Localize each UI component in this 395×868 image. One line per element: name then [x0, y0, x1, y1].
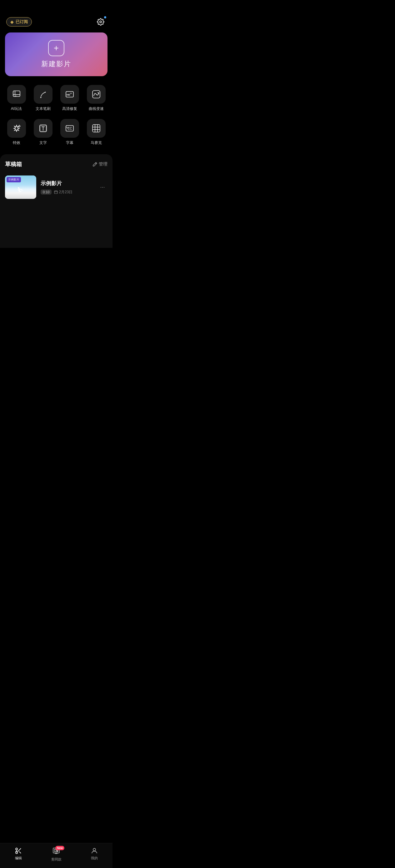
drafts-section: 草稿箱 管理 ⛷ 示例影片 示例影片 0:10	[0, 154, 113, 248]
text-icon-bg	[34, 119, 53, 138]
svg-text:HD: HD	[66, 93, 70, 96]
ai-icon: AI	[12, 90, 21, 99]
feature-curve-speed[interactable]: 曲线变速	[83, 83, 109, 114]
feature-ai-label: AI玩法	[11, 106, 22, 112]
feature-hd-repair-label: 高清修复	[62, 106, 77, 112]
ai-icon-bg: AI	[7, 85, 26, 104]
manage-label: 管理	[99, 161, 108, 167]
draft-item[interactable]: ⛷ 示例影片 示例影片 0:10 2月23日 ···	[5, 173, 108, 202]
feature-grid: AI AI玩法 文本笔刷 HD 4K 高清修复	[0, 83, 113, 148]
feature-text[interactable]: 文字	[30, 117, 56, 148]
status-bar	[0, 0, 113, 14]
feature-subtitles-label: 字幕	[66, 140, 74, 146]
effects-icon	[12, 124, 21, 133]
draft-info: 示例影片 0:10 2月23日	[40, 180, 93, 195]
feature-effects[interactable]: 特效	[4, 117, 29, 148]
svg-text:4K: 4K	[70, 92, 72, 94]
draft-more-button[interactable]: ···	[97, 182, 108, 192]
calendar-icon	[54, 190, 58, 194]
draft-thumbnail: ⛷ 示例影片	[5, 176, 36, 199]
subscribed-badge[interactable]: ◆ 已订阅	[6, 17, 32, 27]
settings-icon	[97, 18, 104, 26]
manage-button[interactable]: 管理	[92, 161, 108, 167]
feature-text-brush[interactable]: 文本笔刷	[30, 83, 56, 114]
feature-text-brush-label: 文本笔刷	[36, 106, 51, 112]
drafts-title: 草稿箱	[5, 160, 22, 168]
feature-ai[interactable]: AI AI玩法	[4, 83, 29, 114]
curve-speed-icon-bg	[87, 85, 106, 104]
svg-line-18	[95, 163, 96, 164]
feature-subtitles[interactable]: CC 字幕	[57, 117, 82, 148]
subscribed-text: 已订阅	[16, 19, 28, 25]
subtitles-icon: CC	[65, 124, 74, 133]
mosaic-icon	[91, 124, 101, 133]
svg-rect-19	[54, 191, 57, 194]
hd-icon: HD 4K	[65, 90, 74, 99]
settings-button[interactable]	[95, 16, 106, 28]
drafts-header: 草稿箱 管理	[5, 160, 108, 168]
top-bar: ◆ 已订阅	[0, 14, 113, 31]
draft-meta: 0:10 2月23日	[40, 189, 93, 195]
svg-rect-13	[92, 125, 100, 132]
feature-text-label: 文字	[39, 140, 47, 146]
svg-text:AI: AI	[15, 95, 17, 97]
text-icon	[38, 124, 48, 133]
diamond-icon: ◆	[10, 19, 14, 24]
draft-date: 2月23日	[54, 189, 73, 195]
effects-icon-bg	[7, 119, 26, 138]
feature-curve-speed-label: 曲线变速	[89, 106, 104, 112]
new-movie-banner[interactable]: + 新建影片	[5, 32, 108, 76]
new-movie-plus-icon: +	[48, 40, 64, 56]
draft-date-text: 2月23日	[59, 189, 73, 195]
new-movie-label: 新建影片	[41, 59, 71, 69]
edit-icon	[92, 162, 97, 167]
svg-text:CC: CC	[67, 127, 72, 130]
feature-mosaic[interactable]: 马赛克	[83, 117, 109, 148]
draft-duration: 0:10	[40, 189, 52, 194]
draft-title: 示例影片	[40, 180, 93, 187]
curve-speed-icon	[91, 90, 101, 99]
subtitles-icon-bg: CC	[60, 119, 79, 138]
feature-effects-label: 特效	[13, 140, 20, 146]
feature-hd-repair[interactable]: HD 4K 高清修复	[57, 83, 82, 114]
mosaic-icon-bg	[87, 119, 106, 138]
text-brush-icon	[38, 90, 48, 99]
feature-mosaic-label: 马赛克	[91, 140, 102, 146]
svg-point-0	[100, 21, 102, 23]
text-brush-icon-bg	[34, 85, 53, 104]
draft-thumbnail-label: 示例影片	[6, 177, 21, 182]
notification-dot	[104, 16, 106, 19]
hd-repair-icon-bg: HD 4K	[60, 85, 79, 104]
